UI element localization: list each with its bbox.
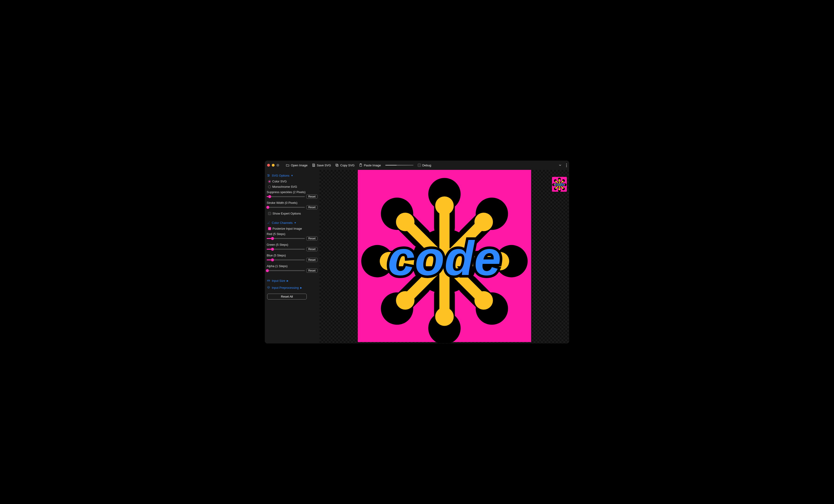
- blue-group: Blue (5 Steps) Reset: [267, 253, 317, 263]
- alpha-label: Alpha (1 Steps): [267, 264, 317, 268]
- triangle-down-icon: ▼: [291, 174, 293, 177]
- close-window-button[interactable]: [267, 164, 270, 167]
- suppress-speckles-slider[interactable]: [267, 196, 305, 197]
- svg-point-29: [435, 196, 454, 215]
- svg-point-64: [559, 179, 561, 181]
- show-expert-options[interactable]: Show Expert Options: [267, 211, 317, 216]
- blue-label: Blue (5 Steps): [267, 254, 317, 258]
- section-input-preprocessing[interactable]: Input Preprocessing ▶: [267, 286, 317, 289]
- triangle-right-icon: ▶: [300, 286, 302, 289]
- red-slider[interactable]: [267, 238, 305, 239]
- open-image-button[interactable]: Open Image: [286, 163, 308, 167]
- checkbox-icon: [418, 163, 421, 167]
- svg-point-72: [559, 189, 561, 190]
- sliders-icon: [267, 174, 270, 177]
- section-input-preprocessing-label: Input Preprocessing: [272, 286, 299, 289]
- maximize-window-button[interactable]: [277, 164, 279, 167]
- output-svg-preview: code: [357, 170, 532, 343]
- suppress-speckles-group: Suppress speckles (2 Pixels) Reset: [267, 190, 317, 200]
- stroke-width-reset[interactable]: Reset: [306, 205, 317, 210]
- svg-point-37: [435, 307, 454, 326]
- layers-icon: [267, 286, 270, 289]
- triangle-right-icon: ▶: [287, 280, 288, 282]
- reset-all-button[interactable]: Reset All: [267, 294, 307, 300]
- logo-text: code: [388, 231, 501, 285]
- stroke-width-label: Stroke Width (0 Pixels): [267, 201, 317, 205]
- blue-slider[interactable]: [267, 259, 305, 260]
- kebab-menu-icon[interactable]: [566, 163, 567, 167]
- svg-text:code: code: [554, 182, 564, 187]
- triangle-down-icon: ▼: [294, 221, 297, 224]
- copy-svg-button[interactable]: Copy SVG: [335, 163, 354, 167]
- stroke-width-group: Stroke Width (0 Pixels) Reset: [267, 201, 317, 210]
- radio-unselected-icon: [268, 185, 271, 188]
- section-input-size[interactable]: Input Size ▶: [267, 279, 317, 283]
- red-reset[interactable]: Reset: [306, 236, 317, 241]
- app-body: SVG Options ▼ Color SVG Monochrome SVG S…: [265, 170, 569, 344]
- window-traffic-lights: [267, 164, 282, 167]
- green-slider[interactable]: [267, 249, 305, 250]
- green-reset[interactable]: Reset: [306, 247, 317, 251]
- clipboard-icon: [359, 163, 363, 167]
- suppress-speckles-label: Suppress speckles (2 Pixels): [267, 190, 317, 195]
- red-label: Red (5 Steps): [267, 232, 317, 236]
- show-expert-options-label: Show Expert Options: [272, 212, 301, 215]
- svg-rect-2: [336, 164, 338, 166]
- save-svg-label: Save SVG: [317, 163, 331, 167]
- copy-svg-label: Copy SVG: [340, 163, 354, 167]
- titlebar: Open Image Save SVG Copy SVG Paste Image…: [265, 160, 569, 170]
- alpha-group: Alpha (1 Steps) Reset: [267, 264, 317, 273]
- debug-label: Debug: [422, 163, 431, 167]
- radio-color-svg[interactable]: Color SVG: [267, 179, 317, 183]
- save-svg-button[interactable]: Save SVG: [312, 163, 331, 167]
- section-svg-options[interactable]: SVG Options ▼: [267, 174, 317, 177]
- debug-toggle[interactable]: Debug: [418, 163, 431, 167]
- green-group: Green (5 Steps) Reset: [267, 242, 317, 252]
- green-label: Green (5 Steps): [267, 243, 317, 247]
- canvas-area[interactable]: code: [320, 170, 569, 344]
- section-color-channels-label: Color Channels: [272, 221, 293, 224]
- alpha-reset[interactable]: Reset: [306, 268, 317, 273]
- checkbox-icon: [268, 212, 271, 215]
- open-image-label: Open Image: [291, 163, 308, 167]
- zoom-slider[interactable]: [385, 165, 414, 166]
- save-icon: [312, 163, 315, 167]
- sidebar: SVG Options ▼ Color SVG Monochrome SVG S…: [265, 170, 320, 344]
- svg-rect-1: [336, 165, 338, 167]
- alpha-slider[interactable]: [267, 270, 305, 271]
- section-input-size-label: Input Size: [272, 279, 285, 283]
- posterize-label: Posterize Input Image: [272, 227, 302, 231]
- radio-monochrome-svg[interactable]: Monochrome SVG: [267, 184, 317, 189]
- svg-rect-0: [313, 166, 314, 166]
- suppress-speckles-reset[interactable]: Reset: [306, 195, 317, 199]
- minimize-window-button[interactable]: [272, 164, 275, 167]
- brush-icon: [267, 221, 270, 224]
- radio-selected-icon: [268, 180, 271, 183]
- paste-image-button[interactable]: Paste Image: [359, 163, 381, 167]
- chevron-down-icon[interactable]: [558, 163, 562, 167]
- posterize-toggle[interactable]: ✓ Posterize Input Image: [267, 226, 317, 231]
- radio-color-svg-label: Color SVG: [272, 180, 287, 183]
- ruler-icon: [267, 279, 270, 283]
- input-thumbnail[interactable]: code: [552, 177, 567, 192]
- folder-open-icon: [286, 163, 289, 167]
- copy-icon: [335, 163, 339, 167]
- paste-image-label: Paste Image: [364, 163, 381, 167]
- section-color-channels[interactable]: Color Channels ▼: [267, 221, 317, 224]
- app-window: Open Image Save SVG Copy SVG Paste Image…: [265, 160, 569, 344]
- blue-reset[interactable]: Reset: [306, 258, 317, 262]
- section-svg-options-label: SVG Options: [272, 174, 289, 177]
- checkbox-checked-icon: ✓: [268, 227, 271, 230]
- radio-monochrome-svg-label: Monochrome SVG: [272, 185, 297, 189]
- stroke-width-slider[interactable]: [267, 207, 305, 208]
- red-group: Red (5 Steps) Reset: [267, 232, 317, 242]
